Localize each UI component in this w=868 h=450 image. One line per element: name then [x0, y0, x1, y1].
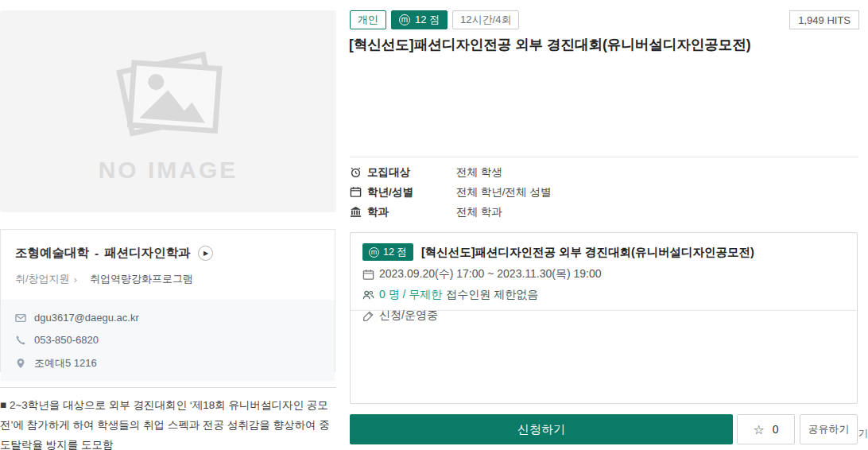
session-status: 신청/운영중: [379, 308, 438, 323]
contact-email-row: dgu3617@daegu.ac.kr: [15, 312, 320, 324]
chevron-right-icon: ›: [74, 273, 77, 285]
info-label: 학년/성별: [367, 185, 456, 200]
info-row-grade-gender: 학년/성별 전체 학년/전체 성별: [350, 182, 858, 202]
category-program: 취업역량강화프로그램: [90, 272, 193, 286]
badge-row: 개인 m 12 점 12시간/4회: [350, 10, 519, 29]
organization-card: 조형예술대학 - 패션디자인학과 ▶ 취/창업지원 › 취업역량강화프로그램 d…: [0, 229, 335, 372]
calendar-icon: [362, 269, 379, 281]
badge-mileage-points: m 12 점: [391, 10, 448, 29]
info-row-target: 모집대상 전체 학생: [350, 162, 858, 182]
session-points-badge: m 12 점: [362, 243, 413, 261]
contact-location-row: 조예대5 1216: [15, 356, 320, 370]
share-button[interactable]: 공유하기: [800, 414, 858, 444]
session-capacity-row: 0 명 / 무제한 접수인원 제한없음: [362, 288, 845, 302]
contact-info: dgu3617@daegu.ac.kr 053-850-6820 조예대5 12…: [1, 300, 335, 381]
info-row-department: 학과 전체 학과: [350, 202, 858, 222]
contact-location: 조예대5 1216: [34, 356, 97, 370]
info-label: 모집대상: [367, 165, 456, 180]
bank-icon: [350, 206, 367, 218]
session-capacity: 0 명 / 무제한: [379, 288, 442, 302]
college-name: 조형예술대학: [15, 245, 89, 262]
m-circle-icon: m: [369, 247, 379, 258]
hits-counter: 1,949 HITS: [789, 10, 859, 29]
alarm-clock-icon: [350, 166, 367, 178]
session-points-label: 12 점: [383, 246, 407, 259]
program-thumbnail-placeholder: NO IMAGE: [0, 10, 336, 212]
organization-name: 조형예술대학 - 패션디자인학과 ▶: [15, 245, 320, 262]
contact-phone[interactable]: 053-850-6820: [34, 334, 99, 346]
session-period-row: 2023.09.20(수) 17:00 ~ 2023.11.30(목) 19:0…: [362, 267, 845, 281]
page-title: [혁신선도]패션디자인전공 외부 경진대회(유니버설디자인공모전): [349, 35, 858, 54]
org-dash: -: [95, 246, 99, 261]
session-card[interactable]: m 12 점 [혁신선도]패션디자인전공 외부 경진대회(유니버설디자인공모전)…: [350, 232, 858, 404]
session-status-row: 신청/운영중: [362, 308, 845, 323]
no-image-label: NO IMAGE: [99, 157, 238, 184]
info-value: 전체 학생: [456, 165, 502, 180]
favorite-count: 0: [773, 423, 779, 436]
envelope-icon: [15, 312, 34, 324]
contact-phone-row: 053-850-6820: [15, 334, 320, 346]
favorite-button[interactable]: ☆ 0: [737, 414, 795, 444]
phone-icon: [15, 335, 34, 346]
badge-duration: 12시간/4회: [452, 10, 519, 29]
program-detail-page: NO IMAGE 조형예술대학 - 패션디자인학과 ▶ 취/창업지원 › 취업역…: [0, 0, 868, 450]
badge-points-label: 12 점: [415, 13, 440, 27]
category-path[interactable]: 취/창업지원: [15, 272, 70, 286]
info-label: 학과: [367, 205, 456, 219]
contact-email[interactable]: dgu3617@daegu.ac.kr: [34, 312, 139, 324]
program-description: ■ 2~3학년을 대상으로 외부 경진대회인 ‘제18회 유니버설디자인 공모전…: [0, 387, 336, 450]
pen-icon: [362, 310, 379, 322]
program-category: 취/창업지원 › 취업역량강화프로그램: [15, 272, 320, 286]
session-title: [혁신선도]패션디자인전공 외부 경진대회(유니버설디자인공모전): [421, 245, 754, 260]
session-period: 2023.09.20(수) 17:00 ~ 2023.11.30(목) 19:0…: [379, 267, 602, 281]
department-name: 패션디자인학과: [104, 245, 191, 262]
session-capacity-note: 접수인원 제한없음: [446, 288, 538, 302]
recruit-info-section: 모집대상 전체 학생 학년/성별 전체 학년/전체 성별 학과 전체 학과: [350, 157, 858, 222]
badge-personal: 개인: [350, 10, 386, 29]
apply-button[interactable]: 신청하기: [350, 414, 733, 444]
calendar-icon: [350, 186, 367, 198]
star-icon: ☆: [753, 422, 764, 437]
info-value: 전체 학년/전체 성별: [456, 185, 551, 200]
m-circle-icon: m: [399, 14, 410, 25]
map-pin-icon: [15, 358, 34, 369]
info-value: 전체 학과: [456, 205, 502, 219]
people-icon: [362, 289, 379, 301]
expand-play-icon[interactable]: ▶: [198, 246, 213, 261]
no-image-icon: [102, 44, 235, 144]
